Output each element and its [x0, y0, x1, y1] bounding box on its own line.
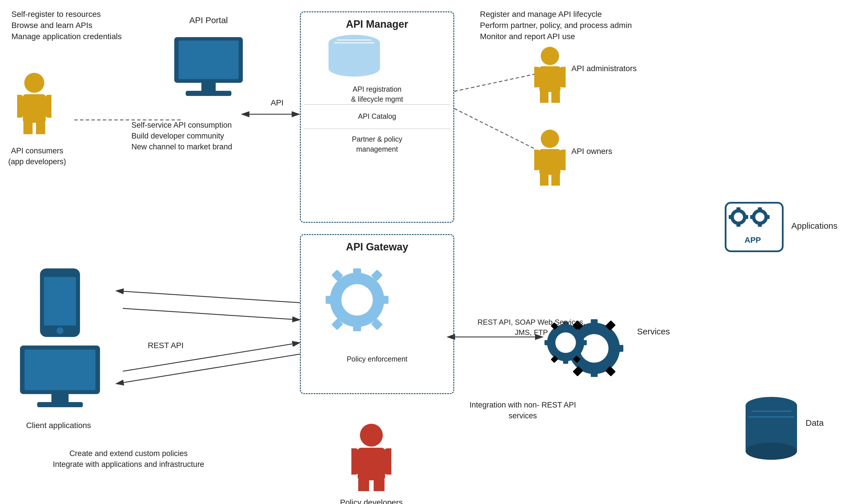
svg-rect-46 [534, 67, 540, 87]
svg-rect-101 [358, 448, 385, 480]
svg-rect-45 [551, 90, 560, 103]
policy-enforcement-label: Policy enforcement [304, 354, 450, 364]
api-manager-title: API Manager [308, 17, 446, 31]
database-stack-icon [326, 34, 383, 80]
svg-rect-25 [353, 323, 361, 331]
svg-rect-71 [591, 369, 598, 377]
svg-rect-50 [540, 172, 549, 186]
svg-line-6 [454, 74, 534, 91]
api-gateway-title: API Gateway [308, 240, 446, 254]
svg-point-48 [541, 129, 559, 148]
gateway-gear-icon [323, 263, 391, 337]
applications-box-icon: APP [723, 200, 786, 257]
svg-point-23 [341, 284, 373, 315]
data-label: Data [806, 417, 824, 429]
svg-line-8 [123, 308, 300, 320]
client-applications-label: Client applications [6, 420, 112, 431]
svg-rect-81 [563, 358, 568, 364]
svg-line-11 [123, 354, 300, 383]
api-arrow-label: API [257, 97, 297, 108]
svg-rect-97 [24, 349, 96, 390]
svg-rect-104 [351, 448, 358, 474]
svg-point-36 [24, 73, 44, 93]
svg-rect-64 [758, 223, 762, 227]
svg-rect-60 [744, 215, 748, 219]
api-consumers-label: API consumers (app developers) [6, 146, 69, 167]
svg-rect-102 [358, 478, 369, 491]
top-left-desc: Self-register to resources Browse and le… [12, 8, 122, 42]
svg-rect-39 [36, 120, 45, 134]
self-service-labels: Self-service API consumption Build devel… [131, 120, 286, 152]
integration-label: Integration with non- REST API services [469, 400, 577, 421]
divider-1 [304, 104, 450, 105]
svg-rect-51 [551, 172, 560, 186]
rest-api-services-label: REST API, SOAP Web Services, JMS, FTP [469, 317, 594, 338]
svg-rect-82 [544, 340, 550, 345]
svg-point-56 [734, 212, 743, 222]
policy-developers-label: Policy developers [314, 497, 428, 504]
svg-rect-94 [44, 277, 76, 326]
svg-line-7 [454, 108, 534, 149]
svg-rect-99 [37, 402, 83, 407]
applications-label: Applications [791, 220, 838, 232]
services-label: Services [637, 326, 670, 337]
svg-rect-59 [729, 215, 733, 219]
phone-icon [29, 265, 86, 346]
svg-rect-38 [23, 120, 33, 134]
svg-rect-41 [46, 95, 51, 118]
svg-rect-98 [51, 394, 69, 403]
api-owners-person-icon [534, 128, 566, 186]
svg-text:APP: APP [744, 236, 761, 244]
svg-rect-83 [581, 340, 587, 345]
svg-rect-103 [374, 478, 385, 491]
svg-point-62 [755, 212, 764, 222]
api-administrators-label: API administrators [571, 63, 637, 74]
rest-api-label: REST API [120, 340, 212, 351]
svg-rect-35 [186, 91, 231, 96]
svg-rect-52 [534, 150, 540, 170]
svg-point-95 [56, 327, 63, 334]
svg-point-100 [360, 424, 383, 447]
api-owners-label: API owners [571, 146, 612, 157]
api-admin-person-icon [534, 46, 566, 103]
svg-rect-26 [326, 296, 334, 304]
top-right-desc: Register and manage API lifecycle Perfor… [480, 8, 632, 42]
svg-rect-40 [17, 95, 23, 118]
divider-2 [304, 128, 450, 129]
policy-dev-person-icon [351, 423, 391, 491]
svg-rect-63 [758, 207, 762, 211]
svg-rect-33 [179, 40, 238, 79]
client-monitor-icon [17, 343, 103, 411]
svg-rect-105 [385, 448, 391, 474]
svg-point-69 [580, 334, 608, 363]
partner-policy-label: Partner & policy management [304, 134, 450, 154]
svg-rect-53 [560, 150, 566, 170]
svg-rect-44 [540, 90, 549, 103]
svg-line-9 [123, 291, 300, 303]
svg-point-90 [745, 442, 797, 460]
svg-rect-37 [23, 94, 46, 123]
api-portal-monitor-icon [169, 34, 249, 97]
svg-rect-27 [380, 296, 388, 304]
svg-rect-73 [615, 345, 623, 352]
svg-point-19 [329, 60, 380, 76]
svg-rect-49 [539, 149, 560, 175]
svg-point-42 [541, 47, 559, 65]
api-consumer-person-icon [17, 71, 51, 134]
svg-rect-65 [750, 215, 754, 219]
svg-rect-34 [201, 83, 216, 91]
svg-rect-24 [353, 268, 361, 277]
api-catalog-label: API Catalog [304, 111, 450, 121]
svg-rect-66 [766, 215, 770, 219]
svg-rect-43 [539, 66, 560, 92]
svg-rect-58 [737, 223, 740, 227]
api-portal-label: API Portal [166, 14, 251, 26]
svg-rect-57 [737, 207, 740, 211]
api-reg-label: API registration & lifecycle mgmt [304, 84, 450, 104]
svg-rect-47 [560, 67, 566, 87]
data-cylinder-icon [743, 394, 800, 463]
policy-dev-labels: Create and extend custom policies Integr… [37, 448, 220, 470]
